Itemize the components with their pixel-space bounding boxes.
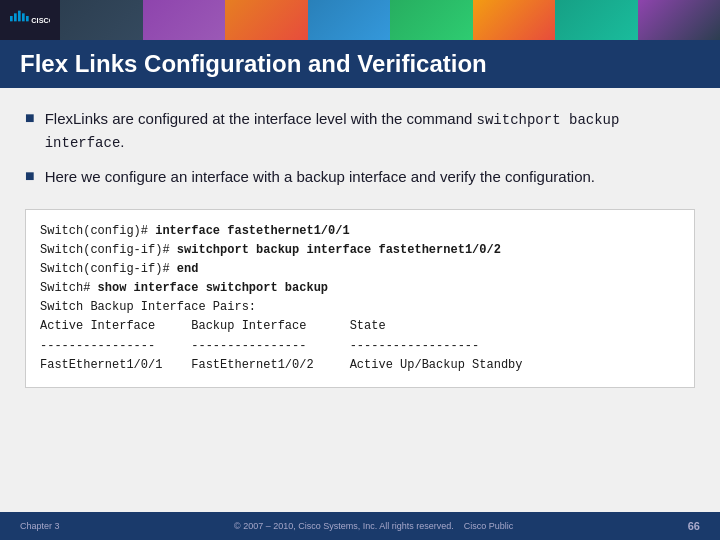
bullet-arrow-2: ■ <box>25 167 35 185</box>
header-img-8 <box>638 0 721 40</box>
code-line-4: Switch# show interface switchport backup <box>40 279 680 298</box>
header-img-6 <box>473 0 556 40</box>
header-img-3 <box>225 0 308 40</box>
code-line-1: Switch(config)# interface fastethernet1/… <box>40 222 680 241</box>
bullet-arrow-1: ■ <box>25 109 35 127</box>
header-images <box>60 0 720 40</box>
slide: CISCO Flex Links Configuration and Verif… <box>0 0 720 540</box>
bullet-item-2: ■ Here we configure an interface with a … <box>25 166 695 189</box>
svg-rect-4 <box>26 16 29 21</box>
footer-page-number: 66 <box>688 520 700 532</box>
svg-rect-3 <box>22 13 25 21</box>
bullet-text-2: Here we configure an interface with a ba… <box>45 166 595 189</box>
code-line-8: FastEthernet1/0/1 FastEthernet1/0/2 Acti… <box>40 356 680 375</box>
svg-text:CISCO: CISCO <box>31 16 50 25</box>
content-area: ■ FlexLinks are configured at the interf… <box>0 88 720 512</box>
header-img-2 <box>143 0 226 40</box>
bullet-item-1: ■ FlexLinks are configured at the interf… <box>25 108 695 154</box>
header-img-5 <box>390 0 473 40</box>
header-img-7 <box>555 0 638 40</box>
svg-rect-1 <box>14 13 17 21</box>
top-bar: CISCO <box>0 0 720 40</box>
cisco-logo: CISCO <box>10 7 50 33</box>
slide-title: Flex Links Configuration and Verificatio… <box>20 50 487 78</box>
copyright-text: © 2007 – 2010, Cisco Systems, Inc. All r… <box>234 521 454 531</box>
footer-copyright: © 2007 – 2010, Cisco Systems, Inc. All r… <box>234 521 513 531</box>
code-line-5: Switch Backup Interface Pairs: <box>40 298 680 317</box>
code-line-2: Switch(config-if)# switchport backup int… <box>40 241 680 260</box>
header-img-4 <box>308 0 391 40</box>
title-bar: Flex Links Configuration and Verificatio… <box>0 40 720 88</box>
svg-rect-2 <box>18 11 21 22</box>
classification-text: Cisco Public <box>464 521 514 531</box>
header-img-1 <box>60 0 143 40</box>
code-line-7: ---------------- ---------------- ------… <box>40 337 680 356</box>
svg-rect-0 <box>10 16 13 21</box>
footer-chapter: Chapter 3 <box>20 521 60 531</box>
bullet-text-1: FlexLinks are configured at the interfac… <box>45 108 695 154</box>
code-line-3: Switch(config-if)# end <box>40 260 680 279</box>
footer: Chapter 3 © 2007 – 2010, Cisco Systems, … <box>0 512 720 540</box>
code-box: Switch(config)# interface fastethernet1/… <box>25 209 695 389</box>
code-line-6: Active Interface Backup Interface State <box>40 317 680 336</box>
